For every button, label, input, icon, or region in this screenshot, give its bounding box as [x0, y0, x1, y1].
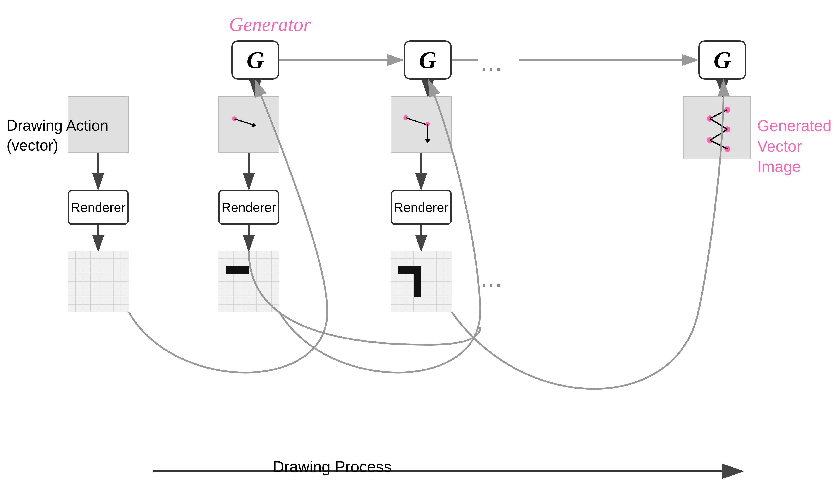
drawing-action-label: Drawing Action(vector)	[6, 115, 108, 155]
dots-middle: ···	[480, 52, 502, 83]
diagram-container: Generator Renderer Drawi	[0, 0, 838, 504]
grid-box-1	[218, 251, 279, 312]
renderer-box-1: Renderer	[218, 190, 279, 225]
canvas-box-final	[683, 96, 751, 159]
dots-bottom: ···	[480, 268, 502, 299]
generator-label: Generator	[229, 13, 311, 36]
svg-rect-52	[413, 274, 421, 297]
svg-marker-35	[425, 139, 430, 144]
grid-box-2	[391, 251, 452, 312]
svg-line-15	[235, 119, 254, 125]
g-box-3: G	[698, 40, 746, 79]
g-box-2: G	[404, 40, 452, 79]
svg-line-61	[710, 140, 727, 149]
renderer-box-0: Renderer	[68, 190, 129, 225]
renderer-box-2: Renderer	[391, 190, 452, 225]
canvas-box-2	[391, 96, 452, 153]
svg-line-58	[710, 110, 727, 119]
canvas-box-1	[218, 96, 279, 153]
svg-line-59	[710, 119, 727, 129]
drawing-process-label: Drawing Process	[273, 458, 392, 475]
generated-vector-label: GeneratedVector Image	[757, 115, 838, 177]
svg-line-33	[406, 118, 426, 124]
grid-box-0	[68, 251, 129, 312]
svg-line-60	[710, 129, 727, 140]
svg-rect-51	[398, 266, 421, 274]
g-box-1: G	[231, 40, 279, 79]
svg-rect-32	[226, 266, 249, 274]
